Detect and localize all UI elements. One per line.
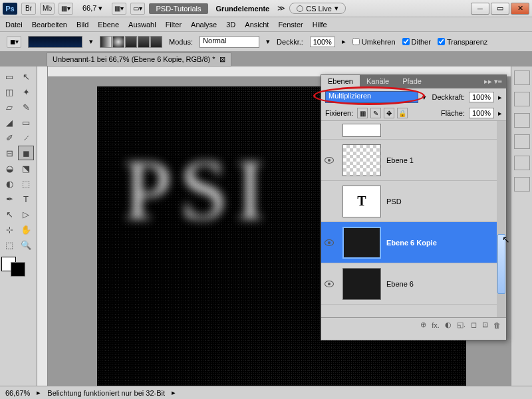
layer-name[interactable]: Ebene 6 [386,280,414,288]
adjustment-icon[interactable]: ◱. [457,321,466,329]
view-mode-icon[interactable]: ▦▾ [112,3,126,15]
opacity-input[interactable]: 100% [310,37,335,47]
diamond-gradient-icon[interactable] [150,36,162,48]
close-button[interactable]: ✕ [511,3,529,15]
layer-name[interactable]: Ebene 6 Kopie [386,239,437,247]
menu-auswahl[interactable]: Auswahl [128,21,156,29]
lock-paint-icon[interactable]: ✎ [370,108,381,118]
layer-thumbnail[interactable]: T [342,186,381,217]
menu-bild[interactable]: Bild [76,21,88,29]
document-tab[interactable]: Unbenannt-1 bei 66,7% (Ebene 6 Kopie, RG… [47,53,231,66]
reverse-checkbox[interactable]: Umkehren [352,38,396,46]
more-icon[interactable]: ≫ [277,4,285,13]
tool-path[interactable]: ✒ [1,192,17,206]
tool-mask[interactable]: 🔍 [18,237,34,252]
zoom-display[interactable]: 66,7 ▾ [77,4,108,13]
maximize-button[interactable]: ▭ [491,3,509,15]
tool-eraser[interactable]: ⊟ [1,146,17,160]
tool-brush[interactable]: ▭ [18,115,34,130]
tool-wand[interactable]: ✦ [18,84,34,99]
tab-ebenen[interactable]: Ebenen [321,75,360,88]
zoom-status[interactable]: 66,67% [5,389,30,397]
screen-mode-icon[interactable]: ▭▾ [130,3,145,15]
tool-marquee[interactable]: ▭ [1,69,17,84]
filmstrip-icon[interactable]: ▦▾ [59,3,73,15]
visibility-icon[interactable] [325,157,334,164]
layer-fill-input[interactable]: 100% [469,108,494,118]
layer-opacity-input[interactable]: 100% [469,92,494,102]
lock-position-icon[interactable]: ✥ [384,108,394,118]
tool-eyedropper[interactable]: ✎ [18,100,34,114]
tool-type[interactable]: ⬚ [18,176,34,191]
panel-icon[interactable] [514,92,530,106]
menu-filter[interactable]: Filter [166,21,182,29]
linear-gradient-icon[interactable] [100,36,112,48]
workspace-badge[interactable]: PSD-Tutorials [149,3,207,14]
trash-icon[interactable]: 🗑 [493,321,501,329]
layer-name[interactable]: PSD [386,198,402,205]
tool-crop[interactable]: ▱ [1,100,17,114]
menu-fenster[interactable]: Fenster [278,21,303,29]
layer-name[interactable]: Ebene 1 [386,156,414,164]
tool-dodge[interactable]: ⬔ [18,161,34,176]
radial-gradient-icon[interactable] [112,36,124,48]
visibility-icon[interactable] [325,281,334,287]
blend-mode-select[interactable]: Multiplizieren [325,91,418,103]
layer-thumbnail[interactable] [342,144,381,176]
layer-thumbnail[interactable] [342,268,381,300]
tab-kanaele[interactable]: Kanäle [360,75,396,88]
fx-icon[interactable]: fx. [432,321,440,329]
menu-analyse[interactable]: Analyse [191,21,217,29]
menu-3d[interactable]: 3D [226,21,235,29]
visibility-icon[interactable] [325,239,334,246]
tool-3d[interactable]: ↖ [1,207,17,221]
panel-icon[interactable] [514,134,530,149]
panel-icon[interactable] [514,156,530,170]
layer-row[interactable]: T PSD [321,181,506,222]
layer-thumbnail[interactable] [342,227,381,259]
tool-preset-icon[interactable]: ◼▾ [7,36,21,48]
tool-move[interactable]: ↖ [18,69,34,84]
close-tab-icon[interactable]: ⊠ [219,55,225,64]
panel-icon[interactable] [514,113,530,128]
cslive-button[interactable]: CS Live ▾ [289,3,346,14]
layer-row[interactable] [321,121,506,140]
tool-zoom[interactable]: ✋ [18,222,34,237]
tool-gradient[interactable]: ◼ [18,146,34,160]
menu-ebene[interactable]: Ebene [98,21,119,29]
layer-row-selected[interactable]: Ebene 6 Kopie [321,222,506,263]
background-swatch[interactable] [11,262,25,277]
workspace-name[interactable]: Grundelemente [212,5,274,13]
layer-row[interactable]: Ebene 1 [321,140,506,181]
panel-menu-icon[interactable]: ▸▸ ▾≡ [480,75,506,88]
menu-ansicht[interactable]: Ansicht [245,21,269,29]
tool-lasso[interactable]: ◫ [1,84,17,99]
dither-checkbox[interactable]: Dither [402,38,431,46]
menu-hilfe[interactable]: Hilfe [313,21,327,29]
menu-datei[interactable]: Datei [5,21,23,29]
link-icon[interactable]: ⊕ [420,321,426,329]
tool-blur[interactable]: ◒ [1,161,17,176]
layer-row[interactable]: Ebene 6 [321,263,506,305]
group-icon[interactable]: ◻ [471,321,477,329]
tool-stamp[interactable]: ✐ [1,130,17,145]
panel-icon[interactable] [514,70,530,85]
tool-heal[interactable]: ◢ [1,115,17,130]
bridge-button[interactable]: Br [21,3,36,15]
menu-bearbeiten[interactable]: Bearbeiten [32,21,67,29]
tool-hand[interactable]: ⊹ [1,222,17,237]
color-swatches[interactable] [1,257,25,277]
gradient-preview[interactable] [28,36,82,48]
minimize-button[interactable]: ─ [471,3,489,15]
tool-history[interactable]: ⟋ [18,130,34,145]
tool-pen[interactable]: ◐ [1,176,17,191]
ruler-vertical[interactable] [37,66,48,386]
tool-3dcam[interactable]: ▷ [18,207,34,221]
lock-transparency-icon[interactable]: ▦ [357,108,368,118]
transparency-checkbox[interactable]: Transparenz [438,38,487,46]
panel-icon[interactable] [514,177,530,192]
tab-pfade[interactable]: Pfade [396,75,428,88]
mode-select[interactable]: Normal [200,36,259,48]
ps-logo[interactable]: Ps [3,3,17,15]
angle-gradient-icon[interactable] [125,36,137,48]
